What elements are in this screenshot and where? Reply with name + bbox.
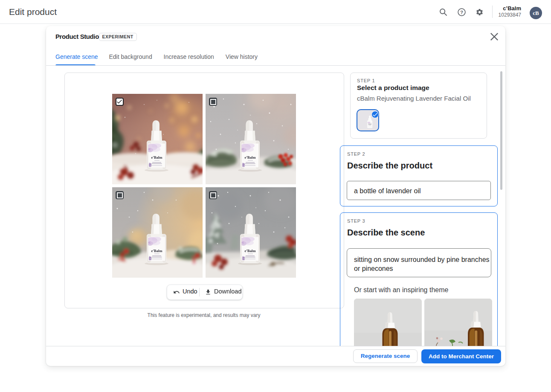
svg-text:?: ? <box>460 10 463 15</box>
